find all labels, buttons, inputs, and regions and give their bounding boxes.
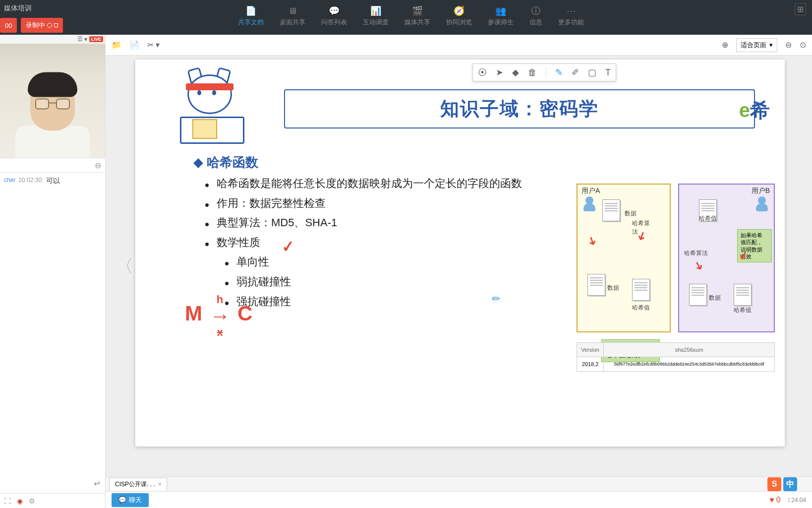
info-icon: ⓘ [530, 5, 542, 17]
nav-survey[interactable]: 📊互动调查 [363, 5, 389, 27]
hash-table: Versionsha256sum 2018.256f677e2edfb2efcd… [577, 342, 775, 372]
doc-toolbar: 📁 📄 ✂ ▾ ⊕ 适合页面▾ ⊖ ⊙ [106, 35, 812, 56]
zoom-out-icon[interactable]: ⊖ [785, 40, 792, 50]
highlighter-icon[interactable]: ✐ [572, 67, 579, 78]
fit-icon[interactable]: ⊙ [800, 40, 806, 50]
footer-bar: 💬 聊天 ♥ 0 ⟟ 24.04 [106, 491, 812, 508]
chat-timestamp: 20:02:30: [18, 177, 43, 186]
desktop-icon: 🖥 [287, 5, 298, 17]
content-area: 📁 📄 ✂ ▾ ⊕ 适合页面▾ ⊖ ⊙ 〈 ⦿ ➤ ◆ 🗑 ✎ ✐ ▢ [106, 35, 812, 508]
nav-cobrowse[interactable]: 🧭协同浏览 [446, 5, 472, 27]
compass-icon: 🧭 [453, 5, 465, 17]
doc-tab[interactable]: CISP公开课. . . × [110, 478, 167, 491]
formula-annotation: M h → x C [185, 295, 252, 336]
slide-title-box: 知识子域：密码学 [284, 89, 755, 128]
shape-icon[interactable]: ▢ [588, 67, 596, 78]
stop-icon [54, 23, 58, 27]
nav-media[interactable]: 🎬媒体共享 [405, 5, 430, 27]
nav-qa[interactable]: 💬问答列表 [321, 5, 347, 27]
ime-c-icon[interactable]: 中 [783, 477, 797, 491]
video-header: ☰ ▾ LIVE [0, 35, 105, 44]
chat-button[interactable]: 💬 聊天 [112, 493, 149, 507]
media-icon: 🎬 [411, 5, 423, 17]
left-bottom-tabs: ⛶ ◉ ⚙ [0, 493, 105, 508]
chevron-down-icon: ▾ [769, 41, 773, 49]
left-panel: ☰ ▾ LIVE ⊖ cher 20:02:30: 可以 ↵ ⛶ [0, 35, 106, 508]
record-indicator-icon[interactable]: ◉ [17, 497, 23, 505]
close-tab-icon[interactable]: × [158, 481, 162, 488]
pointer-icon[interactable]: ➤ [496, 67, 503, 78]
hash-diagram: 用户A 数据 哈希算 法 ➜ ➜ 数据 哈希值 用户B [577, 184, 775, 337]
laser-icon[interactable]: ⦿ [478, 67, 487, 78]
like-count[interactable]: ♥ 0 [769, 496, 780, 505]
add-icon[interactable]: ⊕ [722, 40, 728, 50]
settings-icon[interactable]: ⚙ [29, 497, 35, 505]
chat-body: cher 20:02:30: 可以 ↵ [0, 173, 105, 493]
chart-icon: 📊 [370, 5, 382, 17]
chat-username: cher [4, 177, 15, 186]
window-title: 媒体培训 [0, 4, 32, 13]
chat-header: ⊖ [0, 158, 105, 173]
check-annotation: ✓ [281, 237, 295, 256]
slide-viewport: 〈 ⦿ ➤ ◆ 🗑 ✎ ✐ ▢ T [106, 56, 812, 476]
more-icon: ⋯ [565, 5, 577, 17]
slide: 知识子域：密码学 e希 哈希函数 哈希函数是能将任意长度的数据映射成为一个定长的… [135, 60, 785, 446]
grid-icon[interactable]: ⊞ [795, 3, 806, 15]
slide-title: 知识子域：密码学 [300, 96, 739, 122]
collapse-icon[interactable]: ⊖ [95, 161, 101, 170]
chat-icon: 💬 [118, 496, 126, 504]
pen-icon[interactable]: ✎ [555, 67, 563, 78]
text-tool-icon[interactable]: T [605, 67, 611, 78]
nav-participants[interactable]: 👥参课师生 [488, 5, 514, 27]
record-status-button[interactable]: 录制中 [21, 18, 63, 33]
mascot-image [170, 69, 249, 149]
bullet-list: 哈希函数是能将任意长度的数据映射成为一个定长的字段的函数 作用：数据完整性检查 … [205, 174, 522, 311]
clear-icon[interactable]: 🗑 [528, 67, 537, 78]
top-bar: 媒体培训 00 录制中 📄共享文档 🖥桌面共享 💬问答列表 📊互动调查 🎬媒体共… [0, 0, 812, 35]
document-icon: 📄 [245, 5, 257, 17]
chat-message: cher 20:02:30: 可以 [4, 177, 101, 186]
people-icon: 👥 [495, 5, 507, 17]
cut-icon[interactable]: ✂ ▾ [147, 40, 160, 50]
return-icon[interactable]: ↵ [94, 478, 101, 489]
eraser-icon[interactable]: ◆ [512, 67, 519, 78]
folder-icon[interactable]: 📁 [112, 40, 121, 50]
annotation-toolbar: ⦿ ➤ ◆ 🗑 ✎ ✐ ▢ T [472, 64, 616, 81]
nav-share-doc[interactable]: 📄共享文档 [238, 5, 264, 27]
pause-icon [47, 23, 52, 28]
live-badge: LIVE [89, 36, 103, 42]
ime-s-icon[interactable]: S [767, 477, 781, 491]
record-time-button[interactable]: 00 [0, 18, 17, 33]
prev-slide-button[interactable]: 〈 [116, 254, 133, 278]
brand-logo: e希 [739, 97, 770, 124]
expand-icon[interactable]: ⛶ [4, 497, 11, 505]
doc-tabs: CISP公开课. . . × [106, 476, 812, 491]
zoom-select[interactable]: 适合页面▾ [736, 38, 777, 52]
stats-label: ⟟ 24.04 [788, 497, 806, 504]
presenter-video [0, 44, 105, 158]
nav-more[interactable]: ⋯更多功能 [558, 5, 584, 27]
section-heading: 哈希函数 [195, 154, 258, 171]
new-doc-icon[interactable]: 📄 [129, 40, 139, 50]
ime-indicator: S 中 [767, 477, 797, 491]
nav-share-desktop[interactable]: 🖥桌面共享 [280, 5, 305, 27]
qa-icon: 💬 [328, 5, 340, 17]
list-icon[interactable]: ☰ ▾ [77, 36, 87, 43]
nav-info[interactable]: ⓘ信息 [529, 5, 542, 27]
nav-tools: 📄共享文档 🖥桌面共享 💬问答列表 📊互动调查 🎬媒体共享 🧭协同浏览 👥参课师… [238, 5, 584, 27]
chat-text: 可以 [46, 177, 60, 186]
